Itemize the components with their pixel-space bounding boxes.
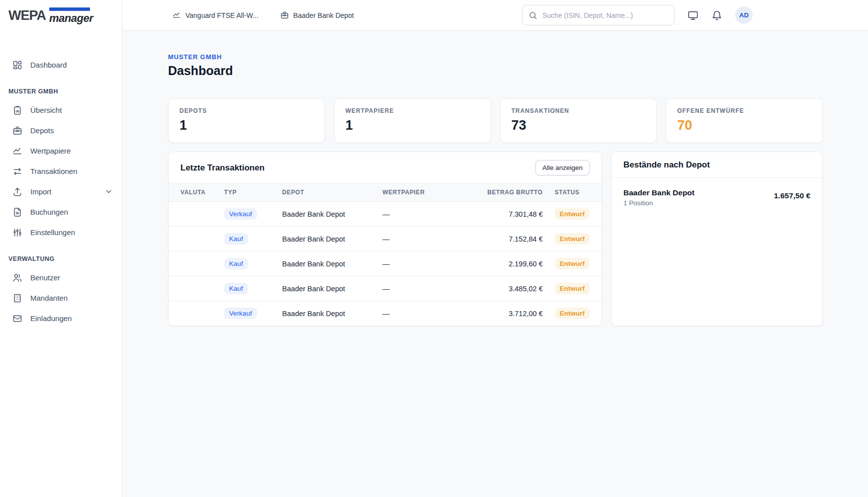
cell-wertpapier: — (376, 251, 458, 276)
swap-arrows-icon (12, 166, 22, 176)
status-badge: Entwurf (555, 208, 590, 220)
sidebar-item-import[interactable]: Import (0, 181, 122, 202)
holdings-card: Bestände nach Depot Baader Bank Depot 1 … (611, 152, 823, 326)
table-row[interactable]: Kauf Baader Bank Depot — 3.485,02 € Entw… (169, 276, 602, 301)
topbar-quick-links: Vanguard FTSE All-W... Baader Bank Depot (173, 11, 354, 19)
cell-depot: Baader Bank Depot (276, 202, 377, 227)
cell-valuta (169, 251, 218, 276)
sidebar-item-einladungen[interactable]: Einladungen (0, 308, 122, 329)
cell-depot: Baader Bank Depot (276, 227, 377, 251)
chevron-down-icon[interactable] (104, 187, 113, 196)
cell-valuta (169, 227, 218, 251)
typ-badge: Verkauf (224, 208, 257, 220)
sidebar-item-benutzer[interactable]: Benutzer (0, 267, 122, 288)
global-search (522, 5, 675, 25)
trending-chart-icon (173, 11, 181, 19)
holding-position-count: 1 Position (623, 199, 694, 207)
quick-link-label: Baader Bank Depot (293, 11, 354, 19)
quick-link-security[interactable]: Vanguard FTSE All-W... (173, 11, 259, 19)
sidebar-item-buchungen[interactable]: Buchungen (0, 202, 122, 222)
sidebar-item-label: Depots (30, 126, 54, 135)
users-icon (12, 273, 22, 283)
typ-badge: Kauf (224, 233, 248, 245)
transactions-table-body: Verkauf Baader Bank Depot — 7.301,48 € E… (169, 202, 602, 326)
sidebar-item-wertpapiere[interactable]: Wertpapiere (0, 141, 122, 161)
quick-link-depot[interactable]: Baader Bank Depot (280, 11, 354, 19)
show-all-button[interactable]: Alle anzeigen (535, 160, 590, 175)
sidebar-item-label: Transaktionen (30, 167, 78, 175)
logo-accent-bar (49, 7, 90, 11)
table-row[interactable]: Verkauf Baader Bank Depot — 7.301,48 € E… (169, 202, 602, 227)
status-badge: Entwurf (555, 283, 590, 294)
column-header-depot: DEPOT (276, 183, 377, 202)
stat-label: DEPOTS (179, 107, 314, 114)
cell-wertpapier: — (376, 276, 458, 301)
main-content: MUSTER GMBH Dashboard DEPOTS 1 WERTPAPIE… (122, 31, 868, 497)
stat-card-transaktionen: TRANSAKTIONEN 73 (500, 98, 657, 143)
building-icon (12, 293, 22, 303)
sidebar-item-label: Mandanten (30, 294, 68, 302)
sidebar-item-label: Import (30, 187, 52, 196)
sidebar: WEPA manager Dashboard MUSTER GMBH Übers… (0, 0, 122, 497)
table-row[interactable]: Kauf Baader Bank Depot — 2.199,60 € Entw… (169, 251, 602, 276)
cell-valuta (169, 301, 218, 326)
transactions-table: VALUTA TYP DEPOT WERTPAPIER BETRAG BRUTT… (169, 183, 602, 326)
breadcrumb[interactable]: MUSTER GMBH (168, 53, 823, 61)
holding-info: Baader Bank Depot 1 Position (623, 188, 694, 207)
table-row[interactable]: Verkauf Baader Bank Depot — 3.712,00 € E… (169, 301, 602, 326)
stats-row: DEPOTS 1 WERTPAPIERE 1 TRANSAKTIONEN 73 … (168, 98, 823, 143)
briefcase-icon (280, 11, 289, 19)
status-badge: Entwurf (555, 258, 590, 269)
sliders-icon (12, 228, 22, 238)
cell-wertpapier: — (376, 301, 458, 326)
sidebar-item-label: Einladungen (30, 314, 72, 323)
typ-badge: Kauf (224, 258, 248, 269)
holding-list-item[interactable]: Baader Bank Depot 1 Position 1.657,50 € (611, 178, 822, 217)
stat-label: WERTPAPIERE (346, 107, 480, 114)
sidebar-item-uebersicht[interactable]: Übersicht (0, 100, 122, 120)
sidebar-item-depots[interactable]: Depots (0, 120, 122, 141)
cell-valuta (169, 276, 218, 301)
user-avatar[interactable]: AD (735, 6, 753, 24)
document-icon (12, 207, 22, 217)
sidebar-item-transaktionen[interactable]: Transaktionen (0, 161, 122, 181)
clipboard-chart-icon (12, 105, 22, 115)
column-header-wertpapier: WERTPAPIER (376, 183, 458, 202)
briefcase-icon (12, 126, 22, 136)
logo-wordmark-secondary: manager (49, 12, 93, 25)
topbar: Vanguard FTSE All-W... Baader Bank Depot… (122, 0, 868, 31)
stat-value: 1 (346, 118, 480, 133)
sidebar-item-einstellungen[interactable]: Einstellungen (0, 222, 122, 243)
sidebar-nav: Dashboard MUSTER GMBH Übersicht Depots W… (0, 31, 122, 329)
monitor-icon[interactable] (688, 10, 698, 21)
trending-chart-icon (12, 146, 22, 156)
sidebar-item-label: Dashboard (30, 61, 67, 69)
sidebar-item-label: Buchungen (30, 208, 68, 216)
page-title: Dashboard (168, 64, 823, 78)
transactions-title: Letzte Transaktionen (180, 163, 264, 173)
table-row[interactable]: Kauf Baader Bank Depot — 7.152,84 € Entw… (169, 227, 602, 251)
sidebar-item-label: Übersicht (30, 106, 62, 114)
cell-depot: Baader Bank Depot (276, 251, 377, 276)
mail-icon (12, 314, 22, 324)
search-input[interactable] (542, 11, 668, 19)
cell-betrag: 7.301,48 € (458, 202, 549, 227)
holding-depot-name: Baader Bank Depot (623, 188, 694, 197)
status-badge: Entwurf (555, 233, 590, 245)
holdings-card-header: Bestände nach Depot (611, 152, 822, 178)
sidebar-section-admin: VERWALTUNG (0, 243, 122, 267)
holdings-title: Bestände nach Depot (623, 160, 710, 170)
sidebar-section-company: MUSTER GMBH (0, 75, 122, 100)
quick-link-label: Vanguard FTSE All-W... (185, 11, 259, 19)
column-header-betrag-brutto: BETRAG BRUTTO (458, 183, 549, 202)
table-header-row: VALUTA TYP DEPOT WERTPAPIER BETRAG BRUTT… (169, 183, 602, 202)
stat-label: OFFENE ENTWÜRFE (677, 107, 811, 114)
logo-wordmark-primary: WEPA (8, 8, 46, 23)
bell-icon[interactable] (711, 10, 722, 21)
topbar-right-cluster: AD (522, 5, 753, 25)
cell-valuta (169, 202, 218, 227)
app-logo[interactable]: WEPA manager (0, 0, 122, 31)
sidebar-item-dashboard[interactable]: Dashboard (0, 55, 122, 75)
sidebar-item-mandanten[interactable]: Mandanten (0, 288, 122, 308)
cell-betrag: 3.485,02 € (458, 276, 549, 301)
